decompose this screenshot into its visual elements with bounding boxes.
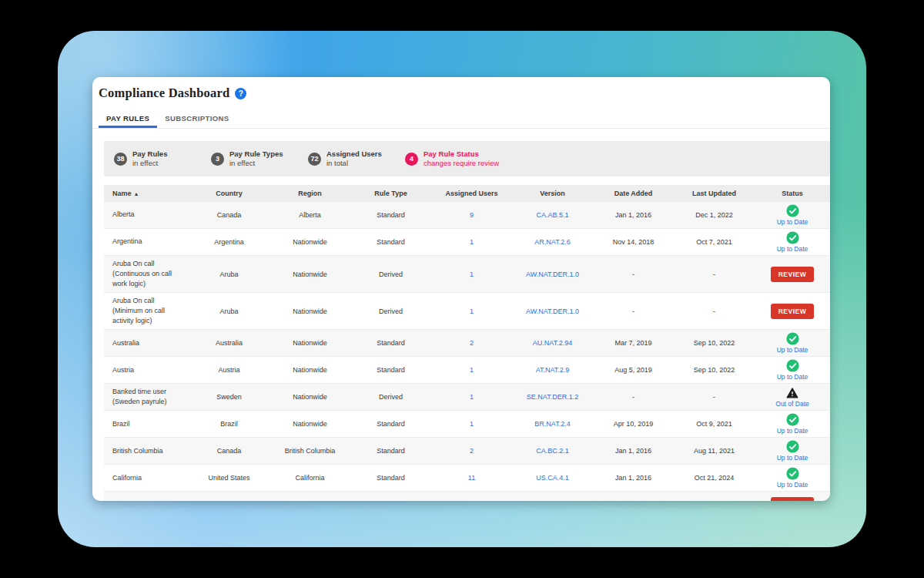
rule-type-cell: Derived: [350, 271, 431, 278]
region-cell: Nationwide: [270, 307, 350, 315]
status-cell: Up to Date: [755, 229, 830, 255]
column-header-status[interactable]: Status: [755, 190, 830, 197]
column-header-rule-type[interactable]: Rule Type: [350, 190, 431, 197]
version-link[interactable]: CA.AB.5.1: [536, 211, 568, 219]
version-cell: AW.NAT.DER.1.0: [512, 271, 593, 278]
status-cell: Out of Date: [755, 385, 830, 410]
tab-pay-rules[interactable]: PAY RULES: [99, 109, 157, 128]
version-link[interactable]: BR.NAT.2.4: [534, 420, 570, 428]
column-header-date-added[interactable]: Date Added: [593, 190, 674, 197]
version-link[interactable]: AU.NAT.2.94: [533, 339, 572, 347]
assigned-users-cell: 1: [431, 420, 512, 428]
assigned-users-link[interactable]: 1: [470, 366, 474, 374]
rule-name-cell: Brazil: [104, 416, 189, 432]
version-link[interactable]: SE.NAT.DER.1.2: [527, 393, 578, 401]
status-link[interactable]: Up to Date: [777, 373, 808, 381]
review-button[interactable]: REVIEW: [771, 497, 815, 501]
version-cell: BR.NAT.2.4: [512, 420, 593, 428]
stat-alert-badge: 4: [405, 153, 418, 166]
review-button[interactable]: REVIEW: [771, 304, 815, 319]
table-row: ArgentinaArgentinaNationwideStandard1AR.…: [104, 229, 830, 256]
date-added-cell: Nov 14, 2018: [593, 238, 674, 246]
last-updated-cell: -: [674, 307, 755, 315]
assigned-users-cell: 2: [431, 339, 512, 347]
date-added-cell: Mar 7, 2019: [593, 339, 674, 347]
assigned-users-cell: 1: [431, 366, 512, 374]
rule-name-cell: Argentina: [104, 234, 189, 250]
stat-sublabel: in effect: [132, 159, 167, 168]
rule-name-cell: Australia: [104, 335, 189, 351]
table-row: Banked time user (Sweden payrule)SwedenN…: [104, 384, 830, 411]
region-cell: Nationwide: [270, 366, 350, 374]
rule-type-cell: Standard: [350, 474, 431, 482]
date-added-cell: -: [593, 307, 674, 315]
rule-name-cell: Banked time user (Sweden payrule): [104, 384, 189, 410]
version-link[interactable]: AW.NAT.DER.1.0: [526, 307, 579, 315]
card-header: Compliance Dashboard ?: [92, 77, 830, 101]
table-row: Aruba On call (Continuous on call work l…: [104, 256, 830, 293]
rule-name-cell: California: [104, 470, 189, 486]
stat-label: Pay Rule Status: [424, 150, 499, 159]
date-added-cell: Aug 5, 2019: [593, 366, 674, 374]
column-header-assigned-users[interactable]: Assigned Users: [431, 190, 512, 197]
country-cell: Aruba: [189, 271, 270, 278]
version-link[interactable]: US.CA.4.1: [536, 474, 569, 482]
check-circle-icon: [786, 332, 799, 345]
date-added-cell: -: [593, 271, 674, 278]
help-icon[interactable]: ?: [235, 88, 246, 99]
tab-subscriptions[interactable]: SUBSCRIPTIONS: [157, 109, 236, 128]
version-link[interactable]: AR.NAT.2.6: [534, 238, 570, 246]
column-header-region[interactable]: Region: [270, 190, 350, 197]
status-link[interactable]: Up to Date: [777, 454, 808, 462]
assigned-users-link[interactable]: 1: [470, 420, 474, 428]
status-link[interactable]: Up to Date: [777, 427, 808, 435]
table-row: AlbertaCanadaAlbertaStandard9CA.AB.5.1Ja…: [104, 202, 830, 229]
status-link[interactable]: Up to Date: [777, 481, 808, 489]
assigned-users-link[interactable]: 11: [468, 474, 475, 482]
table-row: AustriaAustriaNationwideStandard1AT.NAT.…: [104, 357, 830, 384]
review-button[interactable]: REVIEW: [771, 267, 815, 282]
region-cell: Nationwide: [270, 271, 350, 278]
country-cell: Sweden: [189, 393, 270, 401]
region-cell: Nationwide: [270, 420, 350, 428]
check-circle-icon: [786, 204, 799, 217]
column-header-country[interactable]: Country: [189, 190, 270, 197]
rule-type-cell: Derived: [350, 393, 431, 401]
status-cell: Up to Date: [755, 411, 830, 437]
assigned-users-link[interactable]: 1: [470, 271, 474, 278]
column-header-version[interactable]: Version: [512, 190, 593, 197]
rule-name-cell: Copy of El Salvador: [104, 497, 189, 501]
status-cell: Up to Date: [755, 438, 830, 464]
region-cell: Alberta: [270, 211, 350, 219]
version-link[interactable]: AT.NAT.2.9: [536, 366, 570, 374]
version-link[interactable]: CA.BC.2.1: [536, 447, 569, 455]
date-added-cell: Jan 1, 2016: [593, 447, 674, 455]
assigned-users-link[interactable]: 2: [470, 339, 474, 347]
stat-count-badge: 3: [211, 153, 224, 166]
last-updated-cell: Sep 10, 2022: [674, 339, 755, 347]
version-link[interactable]: AW.NAT.DER.1.0: [526, 271, 579, 278]
country-cell: Canada: [189, 211, 270, 219]
last-updated-cell: -: [674, 271, 755, 278]
country-cell: Brazil: [189, 420, 270, 428]
assigned-users-link[interactable]: 2: [470, 447, 474, 455]
status-link[interactable]: Up to Date: [777, 218, 808, 226]
status-cell: REVIEW: [755, 495, 830, 501]
column-header-name[interactable]: Name▲: [104, 190, 189, 197]
column-header-last-updated[interactable]: Last Updated: [674, 190, 755, 197]
date-added-cell: Jan 1, 2016: [593, 474, 674, 482]
rule-name-cell: British Columbia: [104, 443, 189, 459]
status-link[interactable]: Out of Date: [775, 400, 808, 408]
status-link[interactable]: Up to Date: [777, 245, 808, 253]
status-link[interactable]: Up to Date: [777, 346, 808, 354]
assigned-users-link[interactable]: 1: [470, 307, 474, 315]
stat-sublabel: in effect: [229, 159, 283, 168]
assigned-users-link[interactable]: 1: [470, 393, 474, 401]
assigned-users-link[interactable]: 1: [470, 238, 474, 246]
country-cell: Argentina: [189, 238, 270, 246]
last-updated-cell: Sep 10, 2022: [674, 366, 755, 374]
table-row: British ColumbiaCanadaBritish ColumbiaSt…: [104, 438, 830, 465]
table-row: BrazilBrazilNationwideStandard1BR.NAT.2.…: [104, 411, 830, 438]
assigned-users-link[interactable]: 9: [470, 211, 474, 219]
check-circle-icon: [786, 359, 799, 372]
